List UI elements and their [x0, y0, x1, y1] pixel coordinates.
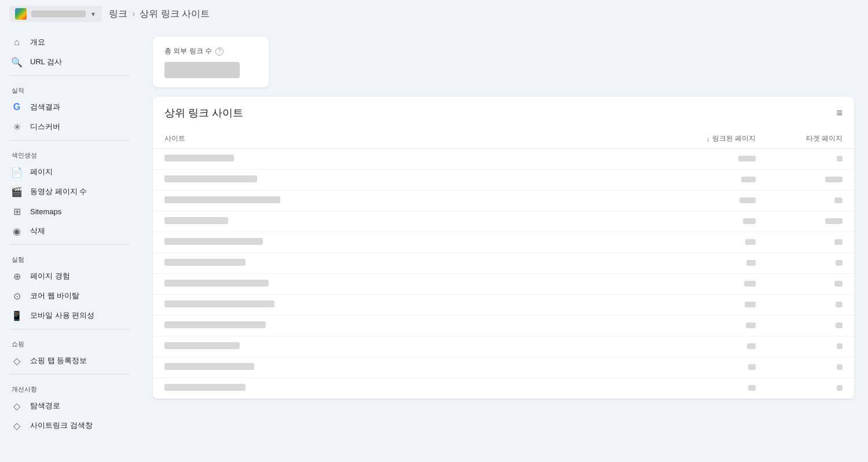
google-icon: G [12, 102, 22, 112]
cell-target [756, 155, 843, 163]
cell-linked [640, 175, 756, 184]
sidebar-label-sitemaps: Sitemaps [30, 207, 61, 216]
cell-site [164, 175, 640, 184]
table-title: 상위 링크 사이트 [164, 106, 243, 120]
sidebar-item-video-pages[interactable]: 🎬 동영상 페이지 수 [0, 182, 134, 201]
sidebar-item-discover[interactable]: ✳ 디스커버 [0, 117, 134, 137]
info-icon[interactable]: ? [215, 47, 224, 56]
cell-site [164, 196, 640, 205]
filter-icon[interactable]: ≡ [836, 107, 843, 119]
table-header: 상위 링크 사이트 ≡ [153, 97, 854, 129]
sidebar-item-search-path[interactable]: ◇ 탐색경로 [0, 396, 134, 416]
top-header: ▼ 링크 › 상위 링크 사이트 [0, 0, 868, 28]
sidebar-section-improvements: 개선사항 [0, 378, 139, 396]
cell-linked [640, 238, 756, 247]
sidebar-item-delete[interactable]: ◉ 삭제 [0, 221, 134, 241]
search-path-icon: ◇ [12, 401, 22, 411]
sidebar-item-url-check[interactable]: 🔍 URL 검사 [0, 52, 134, 72]
table-columns: 사이트 ↓ 링크된 페이지 타겟 페이지 [153, 129, 854, 149]
discover-icon: ✳ [12, 122, 22, 132]
sidebar-label-page-experience: 페이지 경험 [30, 271, 70, 281]
breadcrumb-current: 상위 링크 사이트 [140, 8, 210, 20]
cell-target [756, 363, 843, 372]
cell-target [756, 196, 843, 205]
breadcrumb: 링크 › 상위 링크 사이트 [109, 8, 210, 20]
sidebar-label-core-web: 코어 웹 바이탈 [30, 291, 79, 301]
mobile-icon: 📱 [12, 310, 22, 321]
sidebar: ⌂ 개요 🔍 URL 검사 실적 G 검색결과 ✳ 디스커버 색인생성 📄 페이… [0, 28, 139, 462]
property-selector[interactable]: ▼ [9, 6, 102, 22]
cell-linked [640, 300, 756, 309]
col-target-header: 타겟 페이지 [756, 134, 843, 144]
page-icon: 📄 [12, 167, 22, 177]
sidebar-label-search-results: 검색결과 [30, 102, 60, 112]
cell-site [164, 280, 640, 288]
sidebar-label-delete: 삭제 [30, 226, 45, 236]
metric-card-title: 총 외부 링크 수 ? [164, 46, 257, 56]
sidebar-item-pages[interactable]: 📄 페이지 [0, 162, 134, 182]
cell-linked [640, 155, 756, 163]
property-dropdown-arrow: ▼ [90, 11, 96, 17]
metric-card: 총 외부 링크 수 ? [153, 37, 269, 87]
sidebar-item-overview[interactable]: ⌂ 개요 [0, 32, 134, 52]
cell-linked [640, 259, 756, 267]
col-linked-header: ↓ 링크된 페이지 [640, 134, 756, 144]
table-row [153, 149, 854, 170]
cell-site [164, 300, 640, 309]
table-row [153, 378, 854, 399]
cell-target [756, 384, 843, 393]
sidebar-label-overview: 개요 [30, 37, 45, 47]
sidebar-item-search-results[interactable]: G 검색결과 [0, 97, 134, 117]
main-layout: ⌂ 개요 🔍 URL 검사 실적 G 검색결과 ✳ 디스커버 색인생성 📄 페이… [0, 28, 868, 462]
table-row [153, 336, 854, 357]
sidebar-item-sitelinks[interactable]: ◇ 사이트링크 검색창 [0, 416, 134, 435]
sidebar-label-sitelinks: 사이트링크 검색창 [30, 420, 93, 431]
table-row [153, 357, 854, 378]
sidebar-label-pages: 페이지 [30, 167, 53, 177]
cell-target [756, 342, 843, 351]
table-row [153, 274, 854, 295]
sort-down-icon: ↓ [706, 135, 710, 143]
cell-target [756, 259, 843, 267]
table-card: 상위 링크 사이트 ≡ 사이트 ↓ 링크된 페이지 타겟 페이지 [153, 97, 854, 399]
cell-target [756, 321, 843, 330]
sidebar-section-shopping: 쇼핑 [0, 333, 139, 351]
sidebar-item-sitemaps[interactable]: ⊞ Sitemaps [0, 201, 134, 221]
sidebar-item-core-web[interactable]: ⊙ 코어 웹 바이탈 [0, 286, 134, 306]
sidebar-item-shopping[interactable]: ◇ 쇼핑 탭 등록정보 [0, 351, 134, 371]
sidebar-label-url-check: URL 검사 [30, 57, 62, 67]
sidebar-item-mobile[interactable]: 📱 모바일 사용 편의성 [0, 306, 134, 325]
cell-linked [640, 384, 756, 393]
cell-site [164, 217, 640, 226]
page-experience-icon: ⊕ [12, 271, 22, 281]
sidebar-section-index: 색인생성 [0, 144, 139, 162]
cell-site [164, 342, 640, 351]
sidebar-section-experiment: 실험 [0, 248, 139, 266]
cell-site [164, 384, 640, 393]
col-site-header: 사이트 [164, 134, 640, 144]
table-row [153, 232, 854, 253]
cell-linked [640, 321, 756, 330]
cell-site [164, 321, 640, 330]
cell-linked [640, 363, 756, 372]
core-web-icon: ⊙ [12, 291, 22, 301]
sidebar-divider-5 [9, 374, 130, 375]
content-area: 총 외부 링크 수 ? 상위 링크 사이트 ≡ 사이트 ↓ 링크된 페이지 타겟… [139, 28, 868, 462]
metric-card-value [164, 62, 240, 78]
sidebar-label-shopping: 쇼핑 탭 등록정보 [30, 355, 87, 366]
home-icon: ⌂ [12, 37, 22, 47]
table-row [153, 170, 854, 190]
table-row [153, 253, 854, 274]
breadcrumb-separator: › [132, 9, 135, 19]
sidebar-divider-4 [9, 329, 130, 329]
sitelinks-icon: ◇ [12, 420, 22, 431]
sidebar-divider-3 [9, 244, 130, 245]
breadcrumb-link[interactable]: 링크 [109, 8, 127, 20]
cell-target [756, 280, 843, 288]
sidebar-item-page-experience[interactable]: ⊕ 페이지 경험 [0, 266, 134, 286]
cell-linked [640, 280, 756, 288]
sidebar-divider-2 [9, 140, 130, 141]
cell-target [756, 238, 843, 247]
sitemaps-icon: ⊞ [12, 206, 22, 217]
search-icon: 🔍 [12, 57, 22, 67]
